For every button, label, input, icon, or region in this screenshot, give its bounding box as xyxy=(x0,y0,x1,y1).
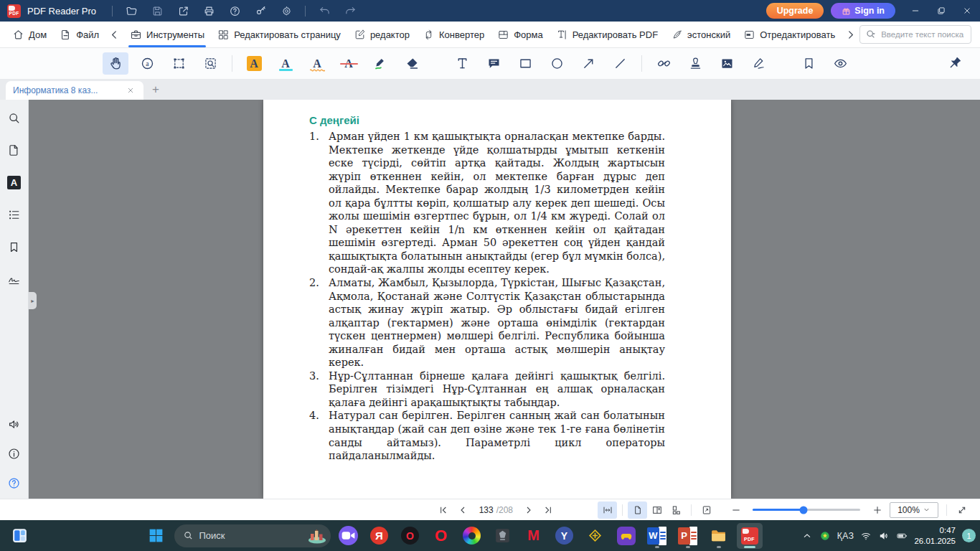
yandex-browser-icon[interactable]: Я xyxy=(367,523,392,549)
underline-tool[interactable]: A xyxy=(273,52,298,75)
first-page-button[interactable] xyxy=(434,501,453,519)
zoom-slider-thumb[interactable] xyxy=(799,506,807,514)
text-select-tool[interactable]: a xyxy=(134,52,160,75)
menu-editor[interactable]: редактор xyxy=(347,22,416,47)
highlight-tool[interactable]: A xyxy=(241,52,267,75)
print-icon[interactable] xyxy=(196,0,222,22)
photos-swirl-icon[interactable] xyxy=(459,523,485,549)
pdf-viewport[interactable]: ► С деңгейі 1.Арман үйден 1 км қашықтықт… xyxy=(29,100,980,499)
scroll-mode-button[interactable] xyxy=(697,501,716,519)
notification-badge[interactable]: 1 xyxy=(962,529,976,542)
stamp-tool[interactable] xyxy=(682,52,708,75)
menu-edit-pdf[interactable]: Редактировать PDF xyxy=(550,22,664,47)
restore-button[interactable] xyxy=(928,0,954,22)
document-search-box[interactable] xyxy=(859,25,971,44)
document-tab[interactable]: Информатика 8 каз... xyxy=(6,81,143,100)
undo-icon[interactable] xyxy=(311,0,337,22)
tab-close-icon[interactable] xyxy=(125,86,136,95)
current-page-field[interactable]: 133 xyxy=(479,505,494,515)
sidebar-help[interactable] xyxy=(7,476,21,490)
sidebar-search[interactable] xyxy=(7,111,21,125)
squiggly-tool[interactable]: A xyxy=(304,52,330,75)
image-tool[interactable] xyxy=(714,52,740,75)
antivirus-tray-icon[interactable] xyxy=(819,530,831,542)
redo-icon[interactable] xyxy=(337,0,363,22)
pin-toolbar-button[interactable] xyxy=(941,52,967,75)
close-button[interactable] xyxy=(954,0,980,22)
opera-icon[interactable]: O xyxy=(428,523,454,549)
line-tool[interactable] xyxy=(607,52,633,75)
menu-home[interactable]: Дом xyxy=(6,22,53,47)
menu-form[interactable]: Форма xyxy=(491,22,550,47)
search-highlight-image[interactable] xyxy=(307,527,327,545)
open-file-icon[interactable] xyxy=(118,0,144,22)
sidebar-outline[interactable] xyxy=(7,208,21,222)
powerpoint-icon[interactable]: P xyxy=(675,523,701,549)
sidebar-read-aloud[interactable] xyxy=(7,418,21,431)
text-box-tool[interactable] xyxy=(449,52,475,75)
marquee-select-tool[interactable] xyxy=(166,52,192,75)
zoom-level-dropdown[interactable]: 100% xyxy=(890,502,938,518)
clock[interactable]: 0:47 26.01.2025 xyxy=(914,525,956,547)
upgrade-button[interactable]: Upgrade xyxy=(766,3,824,19)
hand-tool[interactable] xyxy=(103,52,128,75)
multi-page-view-button[interactable] xyxy=(666,501,686,519)
m-app-icon[interactable]: М xyxy=(521,523,547,549)
sidebar-bookmarks[interactable] xyxy=(7,240,21,254)
eraser-tool[interactable] xyxy=(399,52,425,75)
two-page-view-button[interactable] xyxy=(647,501,666,519)
start-button[interactable] xyxy=(143,523,169,549)
share-icon[interactable] xyxy=(170,0,196,22)
save-icon[interactable] xyxy=(144,0,170,22)
bookmark-tool[interactable] xyxy=(796,52,821,75)
ellipse-tool[interactable] xyxy=(544,52,570,75)
word-icon[interactable]: W xyxy=(644,523,670,549)
fit-width-button[interactable] xyxy=(598,501,617,519)
tray-chevron-up-icon[interactable] xyxy=(801,530,813,542)
game-emblem-icon[interactable] xyxy=(583,523,608,549)
zoom-in-button[interactable] xyxy=(867,501,887,519)
arrow-tool[interactable] xyxy=(575,52,601,75)
sidebar-thumbnails[interactable] xyxy=(7,143,21,157)
wifi-icon[interactable] xyxy=(860,530,872,542)
signin-button[interactable]: Sign in xyxy=(831,3,895,19)
world-of-tanks-icon[interactable] xyxy=(490,523,516,549)
help-icon[interactable] xyxy=(222,0,248,22)
volume-icon[interactable] xyxy=(878,530,890,542)
menu-file[interactable]: Файл xyxy=(53,22,105,47)
prev-page-button[interactable] xyxy=(453,501,473,519)
sidebar-signatures[interactable] xyxy=(7,273,21,286)
signature-tool[interactable] xyxy=(745,52,771,75)
zoom-area-tool[interactable] xyxy=(197,52,223,75)
strikeout-tool[interactable]: A xyxy=(336,52,362,75)
chat-button[interactable] xyxy=(336,523,362,549)
zoom-slider[interactable] xyxy=(753,509,860,511)
yandex-services-icon[interactable]: Y xyxy=(552,523,578,549)
keyboard-language[interactable]: ҚАЗ xyxy=(837,531,854,541)
sidebar-info[interactable] xyxy=(7,447,21,461)
settings-icon[interactable] xyxy=(273,0,299,22)
last-page-button[interactable] xyxy=(538,501,557,519)
menu-estonian[interactable]: эстонский xyxy=(664,22,737,47)
rectangle-tool[interactable] xyxy=(512,52,538,75)
zoom-out-button[interactable] xyxy=(726,501,745,519)
minimize-button[interactable] xyxy=(903,0,928,22)
menu-tools[interactable]: Инструменты xyxy=(123,22,211,47)
widgets-button[interactable] xyxy=(7,524,32,548)
new-tab-button[interactable]: + xyxy=(143,83,168,97)
search-input[interactable] xyxy=(881,30,966,39)
sidebar-annotations[interactable]: A xyxy=(7,176,21,189)
battery-icon[interactable] xyxy=(896,530,908,542)
menu-edit-page[interactable]: Редактировать страницу xyxy=(211,22,347,47)
next-page-button[interactable] xyxy=(519,501,538,519)
key-icon[interactable] xyxy=(248,0,273,22)
menu-redact[interactable]: Отредактировать xyxy=(737,22,842,47)
file-explorer-icon[interactable] xyxy=(706,523,732,549)
taskbar-search[interactable]: Поиск xyxy=(174,524,331,547)
menu-scroll-right[interactable] xyxy=(842,22,859,47)
menu-converter[interactable]: Конвертер xyxy=(416,22,491,47)
freehand-pen-tool[interactable] xyxy=(367,52,393,75)
menu-scroll-left[interactable] xyxy=(105,22,123,47)
sidebar-expander[interactable]: ► xyxy=(29,292,37,309)
game-center-icon[interactable] xyxy=(613,523,639,549)
